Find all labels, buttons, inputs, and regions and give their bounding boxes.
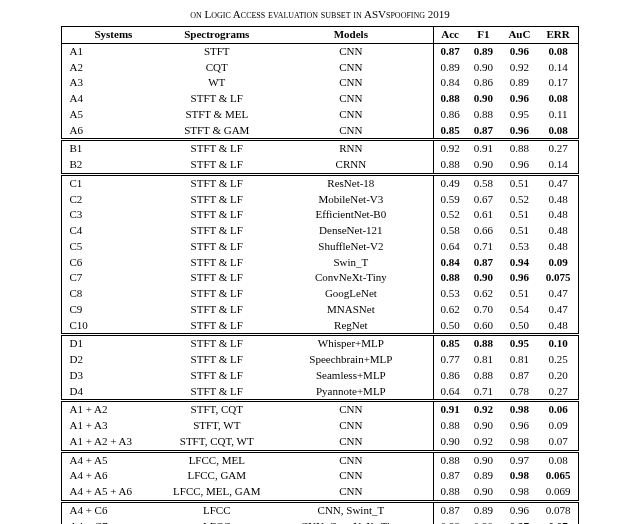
cell-model: CNN: [269, 434, 433, 451]
cell-metric: 0.27: [539, 140, 578, 157]
cell-spec: LFCC, MEL, GAM: [164, 484, 269, 501]
cell-metric: 0.89: [467, 468, 500, 484]
cell-metric: 0.88: [467, 335, 500, 352]
cell-system: A4 + A5: [62, 451, 164, 468]
cell-spec: STFT & LF: [164, 174, 269, 191]
cell-model: GoogLeNet: [269, 286, 433, 302]
cell-metric: 0.88: [433, 519, 467, 525]
cell-metric: 0.90: [467, 418, 500, 434]
cell-spec: STFT & LF: [164, 352, 269, 368]
cell-spec: STFT: [164, 43, 269, 59]
cell-metric: 0.27: [539, 384, 578, 401]
cell-spec: STFT & LF: [164, 223, 269, 239]
cell-model: RegNet: [269, 318, 433, 335]
cell-metric: 0.09: [539, 418, 578, 434]
cell-spec: WT: [164, 75, 269, 91]
cell-spec: STFT, CQT, WT: [164, 434, 269, 451]
cell-metric: 0.86: [433, 107, 467, 123]
cell-system: A2: [62, 60, 164, 76]
table-row: A4 + A5LFCC, MELCNN0.880.900.970.08: [62, 451, 578, 468]
cell-metric: 0.96: [500, 157, 539, 174]
cell-metric: 0.88: [433, 91, 467, 107]
cell-metric: 0.49: [433, 174, 467, 191]
cell-metric: 0.50: [500, 318, 539, 335]
cell-metric: 0.52: [500, 192, 539, 208]
cell-system: A1 + A2: [62, 401, 164, 418]
cell-metric: 0.85: [433, 123, 467, 140]
table-row: D4STFT & LFPyannote+MLP0.640.710.780.27: [62, 384, 578, 401]
cell-spec: CQT: [164, 60, 269, 76]
cell-metric: 0.87: [500, 368, 539, 384]
cell-spec: STFT & LF: [164, 286, 269, 302]
cell-metric: 0.67: [467, 192, 500, 208]
cell-system: C1: [62, 174, 164, 191]
cell-metric: 0.48: [539, 318, 578, 335]
cell-model: Whisper+MLP: [269, 335, 433, 352]
table-row: C7STFT & LFConvNeXt-Tiny0.880.900.960.07…: [62, 270, 578, 286]
cell-metric: 0.58: [433, 223, 467, 239]
cell-metric: 0.14: [539, 157, 578, 174]
cell-metric: 0.14: [539, 60, 578, 76]
table-row: C2STFT & LFMobileNet-V30.590.670.520.48: [62, 192, 578, 208]
table-row: A2CQTCNN0.890.900.920.14: [62, 60, 578, 76]
table-caption: on Logic Access evaluation subset in ASV…: [8, 8, 632, 20]
cell-metric: 0.47: [539, 286, 578, 302]
cell-model: CRNN: [269, 157, 433, 174]
cell-metric: 0.20: [539, 368, 578, 384]
cell-model: Swin_T: [269, 255, 433, 271]
cell-metric: 0.90: [467, 270, 500, 286]
cell-system: B2: [62, 157, 164, 174]
table-row: C10STFT & LFRegNet0.500.600.500.48: [62, 318, 578, 335]
cell-metric: 0.52: [433, 207, 467, 223]
cell-spec: STFT & LF: [164, 207, 269, 223]
cell-system: A5: [62, 107, 164, 123]
cell-metric: 0.88: [433, 451, 467, 468]
table-row: B1STFT & LFRNN0.920.910.880.27: [62, 140, 578, 157]
cell-model: ShuffleNet-V2: [269, 239, 433, 255]
cell-system: A3: [62, 75, 164, 91]
cell-model: RNN: [269, 140, 433, 157]
cell-metric: 0.90: [467, 60, 500, 76]
cell-system: A4: [62, 91, 164, 107]
cell-metric: 0.078: [539, 501, 578, 518]
cell-metric: 0.50: [433, 318, 467, 335]
cell-system: A6: [62, 123, 164, 140]
cell-system: C4: [62, 223, 164, 239]
cell-metric: 0.62: [433, 302, 467, 318]
cell-metric: 0.47: [539, 174, 578, 191]
cell-metric: 0.92: [467, 434, 500, 451]
cell-metric: 0.89: [467, 43, 500, 59]
cell-metric: 0.64: [433, 239, 467, 255]
cell-model: CNN: [269, 60, 433, 76]
cell-metric: 0.08: [539, 91, 578, 107]
cell-system: C5: [62, 239, 164, 255]
cell-model: CNN: [269, 468, 433, 484]
cell-system: D2: [62, 352, 164, 368]
cell-metric: 0.81: [500, 352, 539, 368]
col-header: Systems: [62, 27, 164, 44]
cell-model: CNN: [269, 401, 433, 418]
cell-metric: 0.81: [467, 352, 500, 368]
cell-metric: 0.10: [539, 335, 578, 352]
table-row: A4 + A6LFCC, GAMCNN0.870.890.980.065: [62, 468, 578, 484]
cell-spec: STFT & LF: [164, 140, 269, 157]
cell-metric: 0.89: [467, 501, 500, 518]
table-row: C9STFT & LFMNASNet0.620.700.540.47: [62, 302, 578, 318]
cell-metric: 0.88: [500, 140, 539, 157]
cell-system: A4 + C7: [62, 519, 164, 525]
cell-model: Seamless+MLP: [269, 368, 433, 384]
cell-spec: STFT & LF: [164, 157, 269, 174]
cell-model: MNASNet: [269, 302, 433, 318]
cell-metric: 0.71: [467, 239, 500, 255]
cell-metric: 0.98: [500, 401, 539, 418]
cell-metric: 0.90: [467, 91, 500, 107]
cell-metric: 0.84: [433, 75, 467, 91]
cell-metric: 0.78: [500, 384, 539, 401]
cell-system: D3: [62, 368, 164, 384]
cell-metric: 0.91: [467, 140, 500, 157]
table-row: A1 + A3STFT, WTCNN0.880.900.960.09: [62, 418, 578, 434]
cell-metric: 0.07: [539, 519, 578, 525]
table-row: A4 + C6LFCCCNN, Swint_T0.870.890.960.078: [62, 501, 578, 518]
cell-system: A1 + A2 + A3: [62, 434, 164, 451]
cell-metric: 0.87: [467, 123, 500, 140]
